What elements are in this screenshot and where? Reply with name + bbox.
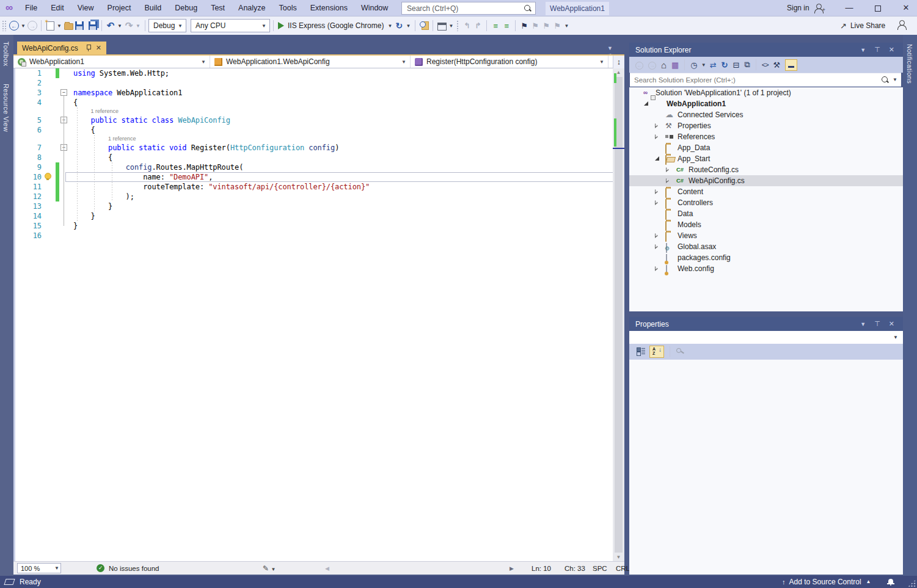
- feedback-person-icon[interactable]: [897, 20, 907, 29]
- sign-in-button[interactable]: Sign in: [787, 0, 809, 16]
- tree-item-global-asax[interactable]: Global.asax: [629, 241, 903, 252]
- properties-object-select[interactable]: ▼: [629, 331, 903, 344]
- tree-expand-arrow[interactable]: [655, 123, 658, 128]
- find-in-files-icon[interactable]: [419, 21, 429, 31]
- panel-close-icon[interactable]: ✕: [889, 46, 894, 54]
- breadcrumb-2[interactable]: Register(HttpConfiguration config)▼: [411, 56, 608, 68]
- window-minimize-button[interactable]: —: [840, 0, 858, 16]
- se-switch-views-icon[interactable]: ▦: [671, 60, 679, 70]
- new-file-icon[interactable]: [46, 21, 54, 31]
- start-debug-icon[interactable]: [278, 22, 284, 29]
- menu-tools[interactable]: Tools: [272, 0, 304, 16]
- se-filter-dropdown[interactable]: ▼: [701, 62, 706, 68]
- live-share-button[interactable]: ↗Live Share: [840, 16, 885, 35]
- sign-in-person-icon[interactable]: +: [814, 4, 824, 12]
- tree-item-app-data[interactable]: App_Data: [629, 142, 903, 153]
- solution-configuration-select[interactable]: Debug▼: [148, 19, 186, 32]
- se-pending-changes-filter-icon[interactable]: ◷: [690, 60, 697, 70]
- se-refresh-icon[interactable]: ↻: [722, 60, 728, 70]
- se-show-all-files-icon[interactable]: <>: [762, 61, 769, 68]
- editor-vertical-scrollbar[interactable]: ▲ ▼: [613, 68, 624, 561]
- menu-window[interactable]: Window: [354, 0, 395, 16]
- split-window-button[interactable]: ↨: [613, 56, 624, 68]
- toolbar-overflow[interactable]: ▼: [564, 23, 569, 29]
- solution-search-box[interactable]: Search Solution Explorer (Ctrl+;) ▼: [630, 73, 901, 87]
- notifications-bell-icon[interactable]: [887, 578, 894, 586]
- menu-edit[interactable]: Edit: [44, 0, 71, 16]
- solution-platform-select[interactable]: Any CPU▼: [191, 19, 270, 32]
- tree-item-webapiconfig-cs[interactable]: C#WebApiConfig.cs: [629, 175, 903, 186]
- decrease-indent-icon[interactable]: ≡: [490, 19, 501, 32]
- source-control-caret-icon[interactable]: ▲: [866, 576, 871, 588]
- tree-item-app-start[interactable]: App_Start: [629, 153, 903, 164]
- tree-item-references[interactable]: References: [629, 131, 903, 142]
- issues-status[interactable]: No issues found: [109, 562, 159, 575]
- add-to-source-control[interactable]: Add to Source Control: [789, 576, 861, 588]
- se-properties-icon[interactable]: ⧉: [744, 60, 750, 70]
- code-analysis-icon[interactable]: ✎ ▼: [263, 562, 276, 576]
- undo-dropdown[interactable]: ▼: [117, 23, 122, 29]
- tree-expand-arrow[interactable]: [655, 189, 658, 194]
- tree-expand-arrow[interactable]: [655, 244, 658, 249]
- window-maximize-button[interactable]: [869, 0, 887, 16]
- quick-actions-lightbulb-icon[interactable]: [43, 173, 51, 181]
- tree-item-data[interactable]: Data: [629, 208, 903, 219]
- redo-icon[interactable]: ↷: [123, 19, 134, 32]
- browser-dropdown[interactable]: ▼: [448, 23, 453, 29]
- resize-grip[interactable]: [908, 579, 916, 587]
- sidebar-tab-toolbox[interactable]: Toolbox: [2, 42, 10, 67]
- navigate-back-icon[interactable]: ←: [9, 21, 19, 31]
- sidebar-tab-notifications[interactable]: Notifications: [906, 44, 913, 84]
- window-close-button[interactable]: ✕: [897, 0, 915, 16]
- tree-item-content[interactable]: Content: [629, 186, 903, 197]
- breadcrumb-1[interactable]: WebApplication1.WebApiConfig▼: [210, 56, 411, 68]
- panel-dropdown-icon[interactable]: ▼: [860, 47, 866, 53]
- run-target-dropdown[interactable]: ▼: [387, 23, 392, 29]
- tree-item-connected-services[interactable]: ☁Connected Services: [629, 109, 903, 120]
- se-home-icon[interactable]: ⌂: [661, 60, 667, 70]
- pin-tab-icon[interactable]: [86, 45, 91, 51]
- save-all-icon[interactable]: [89, 21, 97, 30]
- tree-expand-arrow[interactable]: [655, 233, 658, 238]
- se-preview-selected-toggle[interactable]: [785, 59, 797, 71]
- refresh-icon[interactable]: ↻: [393, 19, 404, 32]
- properties-pin-icon[interactable]: ⊤: [874, 320, 880, 328]
- tree-item-controllers[interactable]: Controllers: [629, 197, 903, 208]
- undo-icon[interactable]: ↶: [105, 19, 116, 32]
- properties-header[interactable]: Properties ▼ ⊤ ✕: [629, 317, 903, 331]
- hscroll-left-arrow[interactable]: ◀: [325, 562, 329, 575]
- tree-item-solution-webapplication1-1-of-1-project[interactable]: ∞Solution 'WebApplication1' (1 of 1 proj…: [629, 87, 903, 98]
- tree-expand-arrow[interactable]: [655, 266, 658, 271]
- properties-dropdown-icon[interactable]: ▼: [860, 321, 866, 327]
- tree-item-webapplication1[interactable]: WebApplication1: [629, 98, 903, 109]
- solution-explorer-header[interactable]: Solution Explorer ▼ ⊤ ✕: [629, 43, 903, 57]
- tree-item-properties[interactable]: ⚒Properties: [629, 120, 903, 131]
- tree-item-models[interactable]: Models: [629, 219, 903, 230]
- toolbar-grip[interactable]: [2, 20, 7, 31]
- menu-project[interactable]: Project: [101, 0, 138, 16]
- tree-item-routeconfig-cs[interactable]: C#RouteConfig.cs: [629, 164, 903, 175]
- alphabetical-sort-icon[interactable]: AZ: [649, 346, 664, 358]
- tree-expand-arrow[interactable]: [666, 178, 669, 183]
- menu-analyze[interactable]: Analyze: [232, 0, 272, 16]
- se-wrench-icon[interactable]: ⚒: [773, 60, 781, 70]
- codelens-references[interactable]: 1 reference: [108, 135, 136, 143]
- solution-search-dropdown[interactable]: ▼: [893, 77, 897, 82]
- se-sync-icon[interactable]: ⇄: [710, 60, 717, 70]
- scroll-down-icon[interactable]: ▼: [613, 554, 624, 560]
- property-pages-icon[interactable]: [676, 347, 684, 357]
- zoom-select[interactable]: 100 %▼: [17, 563, 61, 573]
- increase-indent-icon[interactable]: ≡: [501, 19, 512, 32]
- tree-expand-arrow[interactable]: [655, 134, 658, 139]
- sidebar-tab-resource-view[interactable]: Resource View: [2, 84, 10, 132]
- collapse-toggle[interactable]: −: [60, 89, 67, 96]
- menu-debug[interactable]: Debug: [168, 0, 204, 16]
- browser-preview-icon[interactable]: [437, 23, 447, 31]
- new-item-icon[interactable]: ↰: [461, 19, 472, 32]
- search-box[interactable]: Search (Ctrl+Q): [401, 2, 536, 15]
- codelens-references[interactable]: 1 reference: [91, 107, 119, 115]
- tree-expand-arrow[interactable]: [655, 200, 658, 205]
- tab-list-dropdown-icon[interactable]: ▼: [607, 45, 613, 51]
- menu-build[interactable]: Build: [137, 0, 168, 16]
- tree-expand-arrow[interactable]: [666, 167, 669, 172]
